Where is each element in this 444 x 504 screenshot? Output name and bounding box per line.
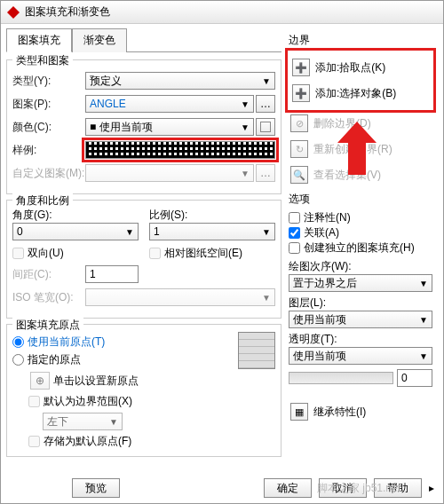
chevron-down-icon: ▼ [241,122,250,132]
inherit-icon: ▦ [290,403,308,421]
expand-icon[interactable]: ▸ [429,482,434,494]
remove-icon: ⊘ [290,114,308,132]
group-type-pattern: 类型和图案 类型(Y):预定义▼ 图案(P):ANGLE▼… 颜色(C):■ 使… [6,59,281,194]
tab-gradient[interactable]: 渐变色 [72,28,127,52]
double-checkbox [12,248,24,259]
type-select[interactable]: 预定义▼ [85,72,275,90]
custom-browse-button: … [256,164,275,182]
default-bound-checkbox [28,396,40,407]
iso-select: ▼ [85,288,275,306]
remove-boundary-button: ⊘删除边界(D) [289,112,432,135]
view-icon: 🔍 [290,166,308,184]
chevron-down-icon: ▼ [241,99,250,109]
transparency-slider[interactable] [289,372,393,384]
transparency-input[interactable] [397,369,432,387]
plus-icon: ➕ [292,84,310,102]
preview-button[interactable]: 预览 [72,478,120,498]
tabs: 图案填充 渐变色 [6,28,281,52]
tab-hatch[interactable]: 图案填充 [6,28,72,52]
specified-origin-radio[interactable] [12,354,24,366]
inherit-props-button[interactable]: ▦继承特性(I) [289,400,432,423]
draw-order-select[interactable]: 置于边界之后▼ [289,274,432,292]
window-title: 图案填充和渐变色 [25,4,110,20]
ok-button[interactable]: 确定 [264,478,312,498]
paper-checkbox [149,248,161,259]
scale-select[interactable]: 1▼ [149,223,275,240]
pattern-browse-button[interactable]: … [256,95,275,113]
add-select-objects-button[interactable]: ➕添加:选择对象(B) [290,82,431,105]
store-default-checkbox [28,436,40,447]
set-origin-button: ⊕ [30,372,50,390]
titlebar: 图案填充和渐变色 [1,1,443,24]
group-angle-scale: 角度和比例 角度(G):0▼ 比例(S):1▼ 双向(U) 相对图纸空间(E) … [6,200,281,319]
help-button[interactable]: 帮助 [374,478,422,498]
boundary-title: 边界 [289,33,432,48]
color-select[interactable]: ■ 使用当前项▼ [85,118,254,136]
cancel-button[interactable]: 取消 [319,478,367,498]
annotative-checkbox[interactable] [289,212,300,224]
group-origin: 图案填充原点 使用当前原点(T) 指定的原点 ⊕单击以设置新原点 默认为边界范围… [6,324,281,457]
use-current-origin-radio[interactable] [12,336,24,348]
recreate-boundary-button: ↻重新创建边界(R) [289,138,432,161]
spacing-input[interactable] [85,265,139,283]
custom-pattern-select: ▼ [85,164,254,182]
chevron-down-icon: ▼ [262,76,271,86]
transparency-select[interactable]: 使用当前项▼ [289,347,432,365]
add-pick-points-button[interactable]: ➕添加:拾取点(K) [290,56,431,79]
assoc-checkbox[interactable] [289,227,300,239]
svg-marker-0 [7,6,20,19]
recreate-icon: ↻ [290,140,308,158]
angle-select[interactable]: 0▼ [12,223,139,240]
sample-swatch[interactable] [85,141,275,159]
origin-pos-select: 左下▼ [43,413,123,430]
pattern-select[interactable]: ANGLE▼ [85,95,254,113]
independent-checkbox[interactable] [289,242,300,254]
options-title: 选项 [289,192,432,207]
app-icon [6,5,20,20]
origin-preview [238,332,275,369]
view-selection-button: 🔍查看选择集(V) [289,163,432,186]
plus-icon: ➕ [292,59,310,76]
layer-select[interactable]: 使用当前项▼ [289,311,432,328]
color-swatch-button[interactable] [256,118,275,136]
